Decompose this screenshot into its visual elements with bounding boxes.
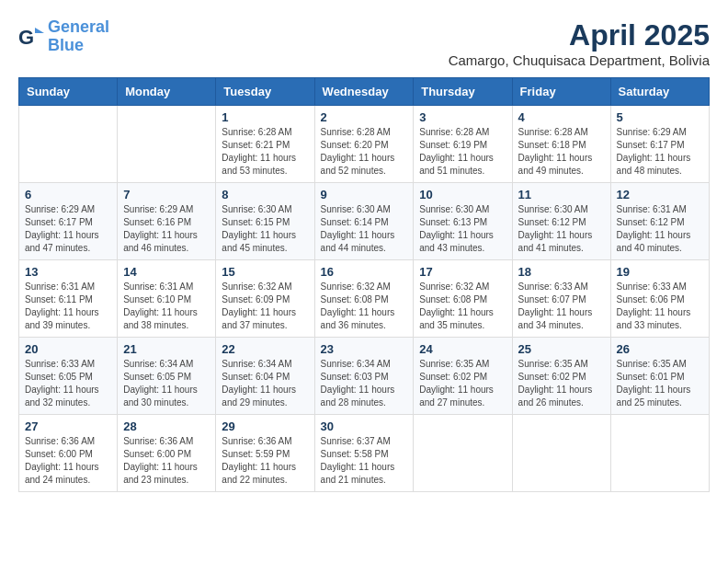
cell-info: Sunrise: 6:28 AM: [222, 126, 308, 139]
cell-info: Sunrise: 6:32 AM: [321, 281, 408, 293]
cell-info: Sunrise: 6:34 AM: [222, 358, 308, 371]
logo-icon: G: [18, 24, 44, 50]
cell-info: Sunrise: 6:33 AM: [25, 358, 111, 371]
cell-info: Sunrise: 6:30 AM: [518, 203, 605, 216]
day-header-monday: Monday: [118, 78, 216, 106]
calendar-cell: [414, 415, 512, 492]
day-number: 4: [518, 110, 605, 124]
cell-info: Daylight: 11 hours and 43 minutes.: [419, 229, 506, 255]
day-number: 13: [25, 265, 111, 279]
cell-info: Daylight: 11 hours and 40 minutes.: [617, 229, 703, 255]
cell-info: Sunrise: 6:30 AM: [321, 203, 408, 216]
day-header-sunday: Sunday: [19, 78, 118, 106]
cell-info: Sunset: 6:10 PM: [123, 293, 210, 306]
cell-info: Daylight: 11 hours and 38 minutes.: [123, 306, 210, 332]
day-number: 11: [518, 188, 605, 201]
cell-info: Sunrise: 6:28 AM: [518, 126, 605, 139]
cell-info: Sunset: 6:15 PM: [222, 216, 308, 229]
cell-info: Sunrise: 6:32 AM: [419, 281, 506, 293]
cell-info: Sunset: 6:14 PM: [321, 216, 408, 229]
calendar-week-3: 13Sunrise: 6:31 AMSunset: 6:11 PMDayligh…: [19, 260, 710, 338]
cell-info: Daylight: 11 hours and 51 minutes.: [419, 152, 506, 178]
calendar-cell: 4Sunrise: 6:28 AMSunset: 6:18 PMDaylight…: [512, 106, 610, 183]
calendar-cell: 13Sunrise: 6:31 AMSunset: 6:11 PMDayligh…: [19, 260, 118, 338]
cell-info: Sunset: 6:00 PM: [123, 448, 210, 461]
cell-info: Sunrise: 6:35 AM: [419, 358, 506, 371]
cell-info: Sunset: 6:17 PM: [25, 216, 111, 229]
cell-info: Sunset: 6:07 PM: [518, 293, 605, 306]
cell-info: Sunset: 6:17 PM: [617, 139, 703, 152]
cell-info: Sunrise: 6:28 AM: [419, 126, 506, 139]
cell-info: Sunset: 6:20 PM: [321, 139, 408, 152]
cell-info: Daylight: 11 hours and 49 minutes.: [518, 152, 605, 178]
cell-info: Sunrise: 6:29 AM: [25, 203, 111, 216]
day-number: 3: [419, 110, 506, 124]
cell-info: Sunrise: 6:29 AM: [123, 203, 210, 216]
day-number: 21: [123, 342, 210, 356]
cell-info: Sunrise: 6:29 AM: [617, 126, 703, 139]
location: Camargo, Chuquisaca Department, Bolivia: [449, 52, 710, 68]
calendar-cell: 19Sunrise: 6:33 AMSunset: 6:06 PMDayligh…: [610, 260, 709, 338]
cell-info: Sunset: 6:02 PM: [419, 371, 506, 384]
day-number: 7: [123, 188, 210, 201]
cell-info: Daylight: 11 hours and 48 minutes.: [617, 152, 703, 178]
day-number: 19: [617, 265, 703, 279]
calendar-cell: 28Sunrise: 6:36 AMSunset: 6:00 PMDayligh…: [118, 415, 216, 492]
cell-info: Sunset: 6:01 PM: [617, 371, 703, 384]
page-header: G General Blue April 2025 Camargo, Chuqu…: [18, 18, 710, 68]
cell-info: Daylight: 11 hours and 52 minutes.: [321, 152, 408, 178]
calendar-week-2: 6Sunrise: 6:29 AMSunset: 6:17 PMDaylight…: [19, 183, 710, 260]
cell-info: Sunrise: 6:31 AM: [617, 203, 703, 216]
day-number: 30: [321, 419, 408, 433]
cell-info: Daylight: 11 hours and 27 minutes.: [419, 384, 506, 409]
calendar-week-5: 27Sunrise: 6:36 AMSunset: 6:00 PMDayligh…: [19, 415, 710, 492]
cell-info: Daylight: 11 hours and 46 minutes.: [123, 229, 210, 255]
cell-info: Daylight: 11 hours and 37 minutes.: [222, 306, 308, 332]
cell-info: Sunrise: 6:34 AM: [321, 358, 408, 371]
cell-info: Sunset: 6:09 PM: [222, 293, 308, 306]
day-header-thursday: Thursday: [414, 78, 512, 106]
cell-info: Daylight: 11 hours and 21 minutes.: [321, 461, 408, 487]
cell-info: Daylight: 11 hours and 25 minutes.: [617, 384, 703, 409]
svg-text:G: G: [18, 26, 34, 49]
calendar-cell: 17Sunrise: 6:32 AMSunset: 6:08 PMDayligh…: [414, 260, 512, 338]
day-number: 24: [419, 342, 506, 356]
day-number: 26: [617, 342, 703, 356]
calendar-cell: 11Sunrise: 6:30 AMSunset: 6:12 PMDayligh…: [512, 183, 610, 260]
cell-info: Daylight: 11 hours and 44 minutes.: [321, 229, 408, 255]
cell-info: Daylight: 11 hours and 23 minutes.: [123, 461, 210, 487]
cell-info: Sunset: 6:11 PM: [25, 293, 111, 306]
cell-info: Daylight: 11 hours and 36 minutes.: [321, 306, 408, 332]
calendar-cell: [118, 106, 216, 183]
calendar-cell: 26Sunrise: 6:35 AMSunset: 6:01 PMDayligh…: [610, 338, 709, 415]
cell-info: Daylight: 11 hours and 45 minutes.: [222, 229, 308, 255]
calendar-week-1: 1Sunrise: 6:28 AMSunset: 6:21 PMDaylight…: [19, 106, 710, 183]
cell-info: Daylight: 11 hours and 35 minutes.: [419, 306, 506, 332]
day-number: 16: [321, 265, 408, 279]
cell-info: Sunset: 6:19 PM: [419, 139, 506, 152]
calendar-cell: 21Sunrise: 6:34 AMSunset: 6:05 PMDayligh…: [118, 338, 216, 415]
cell-info: Sunrise: 6:35 AM: [617, 358, 703, 371]
day-number: 5: [617, 110, 703, 124]
cell-info: Daylight: 11 hours and 26 minutes.: [518, 384, 605, 409]
calendar-cell: 12Sunrise: 6:31 AMSunset: 6:12 PMDayligh…: [610, 183, 709, 260]
cell-info: Daylight: 11 hours and 28 minutes.: [321, 384, 408, 409]
calendar-cell: 15Sunrise: 6:32 AMSunset: 6:09 PMDayligh…: [216, 260, 314, 338]
day-number: 14: [123, 265, 210, 279]
day-number: 18: [518, 265, 605, 279]
calendar-cell: 5Sunrise: 6:29 AMSunset: 6:17 PMDaylight…: [610, 106, 709, 183]
day-number: 29: [222, 419, 308, 433]
cell-info: Sunrise: 6:28 AM: [321, 126, 408, 139]
day-header-friday: Friday: [512, 78, 610, 106]
day-header-wednesday: Wednesday: [314, 78, 414, 106]
cell-info: Sunrise: 6:32 AM: [222, 281, 308, 293]
calendar-cell: [19, 106, 118, 183]
cell-info: Sunset: 6:03 PM: [321, 371, 408, 384]
calendar-cell: 10Sunrise: 6:30 AMSunset: 6:13 PMDayligh…: [414, 183, 512, 260]
day-number: 10: [419, 188, 506, 201]
calendar-cell: 24Sunrise: 6:35 AMSunset: 6:02 PMDayligh…: [414, 338, 512, 415]
day-number: 6: [25, 188, 111, 201]
calendar-cell: 23Sunrise: 6:34 AMSunset: 6:03 PMDayligh…: [314, 338, 414, 415]
cell-info: Daylight: 11 hours and 53 minutes.: [222, 152, 308, 178]
cell-info: Sunrise: 6:34 AM: [123, 358, 210, 371]
